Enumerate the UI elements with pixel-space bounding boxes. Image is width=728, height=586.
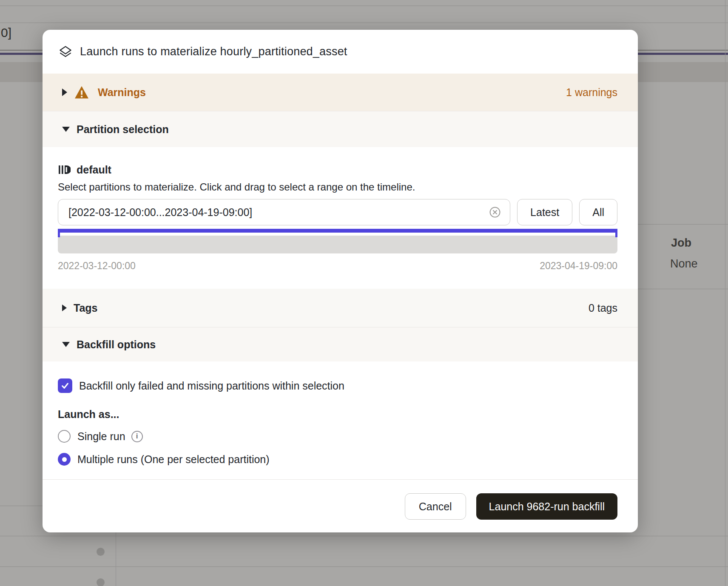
partition-selection-header: Partition selection [77,123,169,136]
multiple-runs-label: Multiple runs (One per selected partitio… [77,453,270,466]
timeline-date-labels: 2022-03-12-00:00 2023-04-19-09:00 [58,260,617,272]
bg-table-line [0,536,728,536]
all-button[interactable]: All [579,199,617,225]
partition-selection-description: Select partitions to materialize. Click … [58,181,617,193]
backfill-options-header: Backfill options [77,339,156,351]
dialog-header: Launch runs to materialize hourly_partit… [43,30,638,74]
tags-header: Tags [74,302,98,314]
partition-dimension-name: default [77,164,111,176]
bg-table-line [0,6,728,6]
bg-table-line [638,289,728,289]
bg-job-column-header: Job [671,236,691,250]
timeline-end-date: 2023-04-19-09:00 [540,260,617,272]
cancel-button[interactable]: Cancel [405,493,466,520]
materialize-layers-icon [59,45,72,59]
info-icon[interactable]: i [131,431,143,442]
bg-table-line [0,506,43,506]
chevron-right-icon [62,304,67,311]
partition-selection-body: default Select partitions to materialize… [43,147,638,289]
bg-table-line [0,566,728,567]
backfill-options-body: Backfill only failed and missing partiti… [43,361,638,479]
bg-status-dot [97,578,105,586]
bg-job-column-value: None [670,257,698,270]
partition-range-row: [2022-03-12-00:00...2023-04-19-09:00] La… [58,199,617,225]
tags-count: 0 tags [589,302,617,314]
backfill-only-failed-label: Backfill only failed and missing partiti… [79,380,344,392]
warnings-label: Warnings [98,86,146,99]
launch-backfill-dialog: Launch runs to materialize hourly_partit… [43,30,638,532]
clear-input-icon[interactable] [489,206,501,219]
bg-table-column-line [725,0,725,586]
checkbox-checked-icon[interactable] [58,378,72,393]
radio-unselected-icon[interactable] [58,430,71,443]
tags-section-toggle[interactable]: Tags 0 tags [43,289,638,327]
bg-partial-input-text: 0] [1,26,11,40]
backfill-only-failed-checkbox-row[interactable]: Backfill only failed and missing partiti… [58,378,617,393]
warning-triangle-icon [74,85,89,99]
bg-table-line [638,224,728,225]
warnings-section-toggle[interactable]: Warnings 1 warnings [43,74,638,111]
bg-status-dot [97,548,105,556]
backfill-options-section-toggle[interactable]: Backfill options [43,327,638,361]
launch-as-label: Launch as... [58,408,617,421]
bg-table-column-line [116,532,116,586]
timeline-start-date: 2022-03-12-00:00 [58,260,136,272]
warnings-count: 1 warnings [566,86,617,99]
partition-timeline[interactable] [58,236,617,253]
partition-selection-section-toggle[interactable]: Partition selection [43,111,638,147]
launch-backfill-button[interactable]: Launch 9682-run backfill [476,493,617,520]
partition-range-input[interactable]: [2022-03-12-00:00...2023-04-19-09:00] [58,199,510,225]
dialog-title: Launch runs to materialize hourly_partit… [80,45,347,58]
partition-set-icon [58,163,71,176]
dialog-footer: Cancel Launch 9682-run backfill [43,479,638,532]
bg-table-line [0,23,728,23]
chevron-down-icon [62,342,70,347]
radio-selected-icon[interactable] [58,453,71,466]
partition-range-value: [2022-03-12-00:00...2023-04-19-09:00] [68,206,489,219]
single-run-radio-row[interactable]: Single run i [58,429,617,444]
partition-dimension-row: default [58,163,617,176]
single-run-label: Single run [77,430,125,443]
chevron-right-icon [62,88,67,96]
partition-selection-range-bar [58,229,617,233]
chevron-down-icon [62,127,70,132]
latest-button[interactable]: Latest [517,199,572,225]
multiple-runs-radio-row[interactable]: Multiple runs (One per selected partitio… [58,452,617,467]
